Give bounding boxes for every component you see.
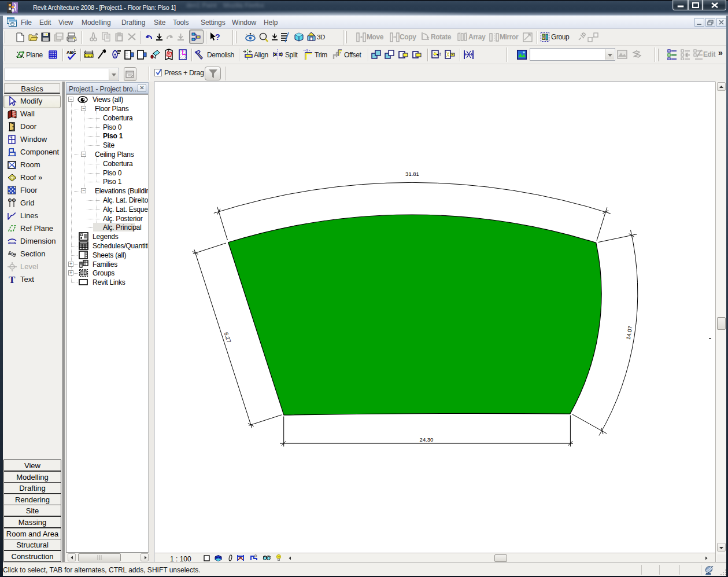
svg-text:24.30: 24.30	[420, 436, 434, 443]
svg-text:9: 9	[9, 199, 11, 202]
svg-text:6.27: 6.27	[223, 331, 232, 343]
svg-text:?: ?	[215, 32, 220, 42]
svg-text:9: 9	[13, 199, 15, 202]
svg-text:T: T	[9, 274, 16, 285]
svg-text:31.81: 31.81	[405, 171, 419, 177]
svg-text:14.07: 14.07	[625, 325, 634, 340]
